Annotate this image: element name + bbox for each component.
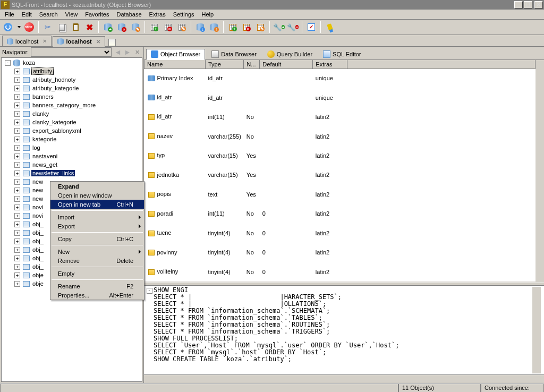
record-add-button[interactable]: + (227, 21, 239, 33)
expander-icon[interactable]: + (14, 103, 20, 108)
paste-button[interactable] (70, 21, 81, 33)
menu-favorites[interactable]: Favorites (81, 10, 113, 19)
delete-button[interactable]: ✖ (83, 21, 95, 33)
check-button[interactable]: ✔ (305, 21, 317, 33)
menu-help[interactable]: Help (198, 10, 218, 19)
copy-button[interactable] (56, 21, 67, 33)
cut-button[interactable]: ✂ (42, 21, 54, 33)
tool-wrench-add[interactable]: 🔧+ (273, 21, 285, 33)
nav-close-button[interactable]: ✕ (133, 48, 141, 56)
horizontal-scrollbar[interactable] (144, 374, 544, 383)
tree-item[interactable]: +clanky_kategorie (2, 118, 142, 126)
table-row[interactable]: povinnytinyint(4)No0latin2 (144, 243, 536, 262)
expander-icon[interactable]: + (14, 171, 20, 176)
column-header[interactable]: Default (260, 60, 313, 69)
menu-settings[interactable]: Settings (169, 10, 198, 19)
nav-back-button[interactable]: ◄ (114, 48, 122, 56)
column-header[interactable]: Type (206, 60, 244, 69)
expander-icon[interactable]: + (14, 94, 20, 100)
host-tab-0[interactable]: localhost✕ (2, 36, 52, 46)
stop-button[interactable] (23, 21, 35, 33)
expander-icon[interactable]: + (14, 154, 20, 159)
expander-icon[interactable]: + (14, 86, 20, 91)
tree-item[interactable]: +export_sablonyxml (2, 126, 142, 135)
expander-icon[interactable]: + (14, 255, 20, 261)
context-menu-item[interactable]: Import (50, 212, 144, 221)
tree-item[interactable]: +atributy_kategorie (2, 84, 142, 92)
table-row[interactable]: tucnetinyint(4)No0latin2 (144, 224, 536, 243)
table-add-button[interactable]: + (148, 21, 160, 33)
db-remove-button[interactable]: × (116, 21, 128, 33)
context-menu-item[interactable]: Expand (50, 182, 144, 191)
context-menu-item[interactable]: Open in new window (50, 191, 144, 200)
table-row[interactable]: nazevvarchar(255)Nolatin2 (144, 126, 536, 146)
refresh-dropdown[interactable] (16, 21, 21, 33)
context-menu[interactable]: ExpandOpen in new windowOpen in new tabC… (50, 181, 144, 300)
context-menu-item[interactable]: New (50, 247, 144, 256)
table-row[interactable]: poradiint(11)No0latin2 (144, 204, 536, 223)
expander-icon[interactable]: + (14, 69, 20, 74)
tree-item[interactable]: +nastaveni (2, 152, 142, 160)
close-tab-icon[interactable]: ✕ (96, 39, 100, 45)
menu-edit[interactable]: Edit (18, 10, 36, 19)
navigator-select[interactable] (31, 47, 112, 57)
refresh-button[interactable] (2, 21, 14, 33)
expander-icon[interactable]: + (14, 221, 20, 227)
menu-search[interactable]: Search (36, 10, 62, 19)
table-row[interactable]: Primary Indexid_atrunique (144, 69, 536, 88)
tree-item[interactable]: +banners (2, 92, 142, 101)
column-header[interactable]: N... (244, 60, 260, 69)
host-tab-1[interactable]: localhost✕ (53, 36, 105, 47)
tree-item[interactable]: +atributy (2, 67, 142, 75)
brush-button[interactable] (324, 21, 336, 33)
sql-log[interactable]: - SHOW ENGI SELECT * | |HARACTER_SETS`; … (144, 286, 544, 374)
tab-data-browser[interactable]: Data Browser (207, 48, 261, 59)
expander-icon[interactable]: + (14, 281, 20, 287)
minimize-button[interactable]: _ (514, 1, 523, 8)
columns-table[interactable]: NameTypeN...DefaultExtras Primary Indexi… (144, 60, 536, 282)
expander-icon[interactable]: + (14, 272, 20, 278)
table-row[interactable]: typvarchar(15)Yeslatin2 (144, 146, 536, 165)
expander-icon[interactable]: + (14, 77, 20, 83)
context-menu-item[interactable]: RenameF2 (50, 282, 144, 291)
tree-item[interactable]: +atributy_hodnoty (2, 75, 142, 84)
context-menu-item[interactable]: Export (50, 221, 144, 231)
tab-query-builder[interactable]: Query Builder (263, 48, 317, 59)
expander-icon[interactable]: + (14, 111, 20, 117)
expander-icon[interactable]: + (14, 230, 20, 236)
tree-item[interactable]: +kategorie (2, 135, 142, 143)
table-row[interactable]: volitelnytinyint(4)No0latin2 (144, 262, 536, 282)
expander-icon[interactable]: + (14, 137, 20, 142)
tree-item[interactable]: +clanky (2, 109, 142, 118)
menu-database[interactable]: Database (113, 10, 145, 19)
expander-icon[interactable]: + (14, 188, 20, 193)
menu-extras[interactable]: Extras (146, 10, 169, 19)
record-remove-button[interactable]: × (241, 21, 252, 33)
db-edit-button[interactable]: ✎ (130, 21, 141, 33)
context-menu-item[interactable]: RemoveDelete (50, 256, 144, 265)
expander-icon[interactable]: + (14, 264, 20, 270)
close-button[interactable]: ✕ (534, 1, 543, 8)
expander-icon[interactable]: + (14, 128, 20, 134)
table-remove-button[interactable]: × (162, 21, 174, 33)
column-header[interactable]: Extras (313, 60, 347, 69)
table-edit-button[interactable]: ✎ (176, 21, 188, 33)
tree-item[interactable]: +banners_category_more (2, 101, 142, 109)
expander-icon[interactable]: + (14, 247, 20, 253)
column-header[interactable]: Name (144, 60, 206, 69)
maximize-button[interactable]: ❐ (524, 1, 532, 8)
tool-wrench-remove[interactable]: 🔧× (287, 21, 299, 33)
table-row[interactable]: jednotkavarchar(15)Yeslatin2 (144, 165, 536, 184)
tab-object-browser[interactable]: Object Browser (146, 49, 205, 60)
expander-icon[interactable]: + (14, 196, 20, 202)
expander-icon[interactable]: + (14, 179, 20, 185)
tree-item[interactable]: +newsletter_links (2, 169, 142, 177)
db-add-button[interactable]: + (102, 21, 114, 33)
import-db-button[interactable]: ↓ (194, 21, 206, 33)
menu-view[interactable]: View (62, 10, 82, 19)
nav-forward-button[interactable]: ► (123, 48, 132, 56)
context-menu-item[interactable]: Properties...Alt+Enter (50, 291, 144, 300)
table-row[interactable]: id_atrid_atrunique (144, 88, 536, 107)
expander-icon[interactable]: + (14, 162, 20, 168)
views-button[interactable] (108, 39, 116, 46)
